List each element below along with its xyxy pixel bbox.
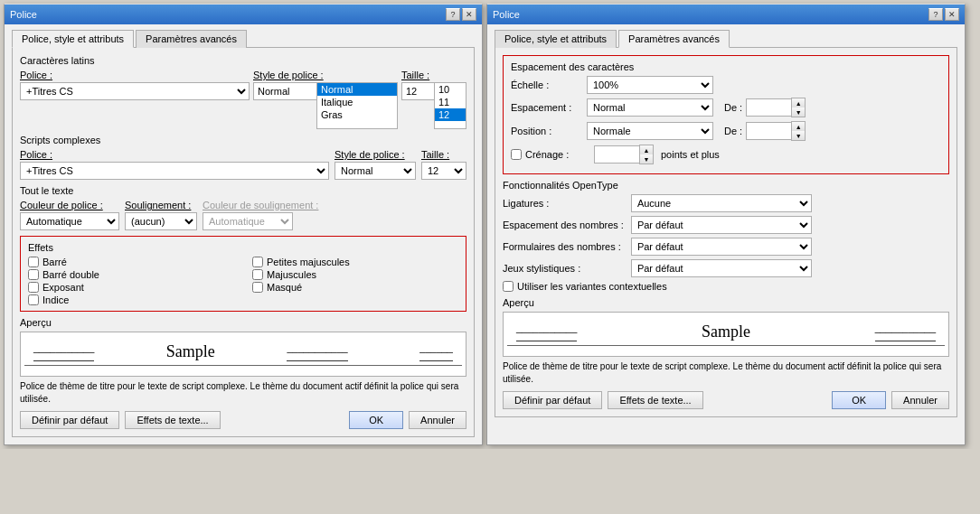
style-item-gras[interactable]: Gras	[317, 108, 397, 121]
definir-button-2[interactable]: Définir par défaut	[503, 391, 602, 409]
annuler-button-1[interactable]: Annuler	[409, 411, 466, 429]
latin-chars-label: Caractères latins	[20, 55, 466, 66]
help-button-1[interactable]: ?	[446, 8, 460, 21]
color-field: Couleur de police : Automatique	[20, 200, 119, 230]
dialog-title-2: Police	[493, 9, 520, 20]
dialog-content-2: Police, style et attributs Paramètres av…	[487, 24, 965, 425]
formulaires-label: Formulaires des nombres :	[503, 241, 624, 252]
effets-button-2[interactable]: Effets de texte...	[608, 391, 702, 409]
espacement-nombres-label: Espacement des nombres :	[503, 220, 624, 230]
close-button-1[interactable]: ✕	[462, 8, 476, 21]
effect-indice: Indice	[28, 294, 234, 305]
titlebar-buttons-2: ? ✕	[928, 8, 959, 21]
effects-grid: Barré Petites majuscules Barré double Ma…	[28, 257, 458, 305]
tab-content-2: Espacement des caractères Échelle : 100%…	[495, 47, 957, 417]
echelle-select[interactable]: 100%	[587, 76, 713, 94]
dialog-title-1: Police	[10, 9, 37, 20]
effect-barre: Barré	[28, 257, 234, 267]
cs-style-select[interactable]: Normal	[335, 162, 416, 180]
dialog-content-1: Police, style et attributs Paramètres av…	[5, 24, 482, 444]
underline-field: Soulignement : (aucun)	[125, 200, 197, 230]
check-exposant[interactable]	[28, 282, 39, 293]
tab-police-style-2[interactable]: Police, style et attributs	[495, 30, 617, 48]
cs-taille-select[interactable]: 12	[421, 162, 466, 180]
variantes-row: Utiliser les variantes contextuelles	[503, 281, 949, 292]
position-down[interactable]: ▼	[792, 131, 805, 140]
crenage-suffix: points et plus	[661, 149, 720, 160]
ok-button-2[interactable]: OK	[832, 391, 886, 409]
espacement-spinners: ▲ ▼	[791, 98, 806, 117]
position-select[interactable]: Normale	[587, 122, 713, 140]
taille-12[interactable]: 12	[435, 108, 466, 121]
tabs-1: Police, style et attributs Paramètres av…	[12, 30, 475, 48]
apercu-box-1: ___________ Sample ___________ ______	[20, 332, 466, 377]
taille-11[interactable]: 11	[435, 96, 466, 108]
check-variantes[interactable]	[503, 281, 514, 292]
check-majuscules[interactable]	[252, 269, 263, 280]
ok-button-1[interactable]: OK	[349, 411, 403, 429]
crenage-up[interactable]: ▲	[640, 145, 653, 154]
description-1: Police de thème de titre pour le texte d…	[20, 380, 466, 406]
tab-parametres-avances-2[interactable]: Paramètres avancés	[618, 30, 730, 48]
position-row: Position : Normale De : ▲ ▼	[511, 121, 941, 141]
espacement-up[interactable]: ▲	[792, 98, 805, 107]
crenage-field[interactable]	[594, 145, 639, 164]
espacement-row: Espacement : Normal De : ▲ ▼	[511, 98, 941, 117]
check-masque[interactable]	[252, 282, 263, 293]
all-text-section: Tout le texte Couleur de police : Automa…	[20, 185, 466, 230]
apercu-sample-2: Sample	[702, 322, 750, 341]
espacement-select[interactable]: Normal	[587, 98, 713, 117]
taille-10[interactable]: 10	[435, 83, 466, 96]
espacement-down[interactable]: ▼	[792, 107, 805, 117]
complex-scripts-section: Scripts complexes Police : +Titres CS St…	[20, 135, 466, 180]
tabs-2: Police, style et attributs Paramètres av…	[495, 30, 957, 48]
espacement-de-field[interactable]	[746, 98, 791, 117]
apercu-inner-2: ___________ Sample ___________	[507, 322, 945, 346]
style-item-normal[interactable]: Normal	[317, 83, 397, 96]
underline-color-select[interactable]: Automatique	[203, 212, 293, 230]
position-de-field[interactable]	[746, 122, 791, 140]
underline-color-field: Couleur de soulignement : Automatique	[203, 200, 318, 230]
crenage-down[interactable]: ▼	[640, 154, 653, 164]
position-up[interactable]: ▲	[792, 122, 805, 131]
definir-button-1[interactable]: Définir par défaut	[20, 411, 119, 429]
style-field-col: Style de police : Normal Italique Gras	[253, 70, 398, 129]
close-button-2[interactable]: ✕	[945, 8, 959, 21]
button-row-2: Définir par défaut Effets de texte... OK…	[503, 391, 949, 409]
effects-section: Effets Barré Petites majuscules Barré do…	[20, 236, 466, 312]
check-petites-maj[interactable]	[252, 257, 263, 267]
check-indice[interactable]	[28, 294, 39, 305]
check-crenage[interactable]	[511, 149, 522, 160]
apercu-sample-1: Sample	[166, 342, 215, 361]
annuler-button-2[interactable]: Annuler	[891, 391, 949, 409]
apercu-box-2: ___________ Sample ___________	[503, 312, 949, 357]
formulaires-select[interactable]: Par défaut	[631, 238, 812, 256]
crenage-row: Crénage : ▲ ▼ points et plus	[511, 145, 941, 164]
titlebar-buttons-1: ? ✕	[446, 8, 476, 21]
police-select[interactable]: +Titres CS	[20, 82, 250, 100]
check-barre[interactable]	[28, 257, 39, 267]
tab-police-style-1[interactable]: Police, style et attributs	[12, 30, 134, 48]
style-item-italique[interactable]: Italique	[317, 96, 397, 108]
espacement-nombres-select[interactable]: Par défaut	[631, 216, 812, 234]
help-button-2[interactable]: ?	[928, 8, 943, 21]
underline-select[interactable]: (aucun)	[125, 212, 197, 230]
check-barre-double[interactable]	[28, 269, 39, 280]
police-field-col: Police : +Titres CS	[20, 70, 250, 100]
ligatures-select[interactable]: Aucune	[631, 194, 812, 212]
button-row-1: Définir par défaut Effets de texte... OK…	[20, 411, 466, 429]
jeux-select[interactable]: Par défaut	[631, 259, 812, 277]
color-select[interactable]: Automatique	[20, 212, 119, 230]
style-input[interactable]	[253, 82, 316, 100]
effect-petites-maj: Petites majuscules	[252, 257, 458, 267]
cs-taille-field: Taille : 12	[421, 149, 466, 180]
cs-police-select[interactable]: +Titres CS	[20, 162, 329, 180]
taille-input[interactable]	[401, 82, 434, 100]
effets-button-1[interactable]: Effets de texte...	[125, 411, 220, 429]
espacement-de-label: De :	[724, 102, 742, 113]
espacement-field-label: Espacement :	[511, 102, 583, 113]
dialog-police-2: Police ? ✕ Police, style et attributs Pa…	[486, 4, 966, 445]
style-list[interactable]: Normal Italique Gras	[316, 82, 398, 129]
taille-list[interactable]: 10 11 12	[434, 82, 466, 129]
tab-parametres-avances-1[interactable]: Paramètres avancés	[136, 30, 247, 48]
